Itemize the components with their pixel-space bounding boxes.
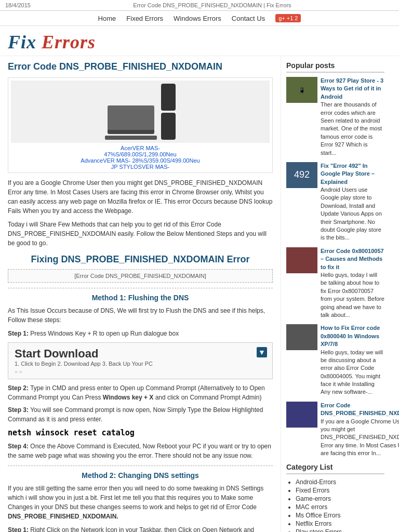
ad-links: AcerVER MAS- 47%S/689.00S/1,299.00Neu Ad… (11, 145, 270, 170)
download-title: Start Download (15, 347, 266, 361)
category-playstore-link[interactable]: Play store Errors (296, 528, 342, 532)
topbar-title: Error Code DNS_PROBE_FINISHED_NXDOMAIN |… (133, 2, 291, 8)
popular-post-1-link[interactable]: Error 927 Play Store - 3 Ways to Get rid… (321, 77, 383, 100)
topbar-date: 18/4/2015 (5, 2, 31, 8)
nav-contact-us[interactable]: Contact Us (232, 15, 265, 22)
step4-label: Step 4: (8, 443, 29, 450)
popular-post-5-text: Error Code DNS_PROBE_FINISHED_NXDOMAIN I… (321, 402, 399, 458)
popular-post-4: How to Fix Error code 0x800040 In Window… (286, 324, 384, 396)
article-title[interactable]: Error Code DNS_PROBE_FINISHED_NXDOMAIN (8, 61, 273, 72)
category-android-link[interactable]: Android-Errors (296, 478, 336, 486)
ad-link2[interactable]: 47%S/689.00S/1,299.00Neu (104, 151, 176, 157)
popular-post-5-link[interactable]: Error Code DNS_PROBE_FINISHED_NXDOMAIN (321, 402, 399, 416)
gplus-button[interactable]: g+ +1 2 (275, 14, 301, 22)
step1-text: Press Windows Key + R to open up Run dia… (30, 330, 179, 337)
error-image-placeholder: [Error Code DNS_PROBE_FINISHED_NXDOMAIN] (8, 269, 273, 283)
divider2 (8, 466, 273, 466)
step3-text: You will see Command prompt is now open,… (8, 406, 263, 423)
category-title: Category List (286, 463, 384, 474)
layout: Error Code DNS_PROBE_FINISHED_NXDOMAIN A… (0, 56, 399, 532)
method1-title: Method 1: Flushing the DNS (8, 294, 273, 302)
category-fixed-link[interactable]: Fixed Errors (296, 487, 329, 494)
divider1 (8, 288, 273, 288)
category-msoffice: Ms Office Errors (296, 512, 384, 519)
ad-link1[interactable]: AcerVER MAS- (121, 145, 160, 151)
popular-post-3-excerpt: Hello guys, today I will be talking abou… (321, 272, 384, 318)
popular-post-2: 492 Fix "Error 492" In Google Play Store… (286, 162, 384, 242)
step2: Step 2: Type in CMD and press enter to O… (8, 383, 273, 402)
logo: Fix Errors (8, 31, 391, 53)
category-fixed: Fixed Errors (296, 487, 384, 494)
category-android: Android-Errors (296, 478, 384, 486)
method1-intro: As This Issue Occurs because of DNS, We … (8, 306, 273, 325)
ad-link4[interactable]: JP STYLOSVER MAS- (111, 164, 169, 170)
popular-post-2-link[interactable]: Fix "Error 492" In Google Play Store – E… (321, 163, 375, 185)
logo-bar: Fix Errors (0, 26, 399, 56)
step1-label: Step 1: (8, 330, 29, 337)
popular-post-2-img: 492 (286, 162, 317, 188)
category-mac-link[interactable]: MAC errors (296, 503, 327, 511)
method2-title: Method 2: Changing DNS settings (8, 471, 273, 480)
command-text: netsh winsock reset catalog (8, 428, 273, 437)
download-subtitle: 1. Click to Begin 2. Download App 3. Bac… (15, 361, 266, 367)
category-netflix: Netflix Errors (296, 520, 384, 527)
category-items: Android-Errors Fixed Errors Game-errors … (286, 478, 384, 532)
popular-post-4-text: How to Fix Error code 0x800040 In Window… (321, 324, 384, 396)
category-game: Game-errors (296, 495, 384, 502)
popular-post-5-img (286, 402, 317, 428)
topbar: 18/4/2015 Error Code DNS_PROBE_FINISHED_… (0, 0, 399, 11)
category-msoffice-link[interactable]: Ms Office Errors (296, 512, 340, 519)
step1: Step 1: Press Windows Key + R to open up… (8, 329, 273, 338)
step2-label: Step 2: (8, 384, 29, 392)
popular-post-1-text: Error 927 Play Store - 3 Ways to Get rid… (321, 77, 384, 157)
popular-post-4-img (286, 324, 317, 350)
nav-windows-errors[interactable]: Windows Errors (174, 15, 221, 22)
popular-post-2-excerpt: Android Users use Google play store to D… (321, 187, 382, 241)
popular-post-1-img: 📱 (286, 77, 317, 103)
method2-step1-label: Step 1: (8, 526, 29, 532)
method2-step1-text: Right Click on the Network Icon in your … (8, 526, 254, 532)
ad-row (105, 84, 176, 140)
gplus-count: +1 (287, 15, 294, 21)
popular-post-5: Error Code DNS_PROBE_FINISHED_NXDOMAIN I… (286, 402, 384, 458)
sidebar: Popular posts 📱 Error 927 Play Store - 3… (281, 56, 390, 532)
ad-image (11, 81, 270, 143)
step4-text: Once the Above Command is Executed, Now … (8, 443, 271, 459)
popular-post-3: Error Code 0x80010057 – Causes and Metho… (286, 247, 384, 320)
category-playstore: Play store Errors (296, 528, 384, 532)
step2-text: Type in CMD and press enter to Open up C… (8, 384, 265, 401)
step3-label: Step 3: (8, 406, 29, 414)
popular-post-4-link[interactable]: How to Fix Error code 0x800040 In Window… (321, 325, 380, 347)
download-block: ▼ Start Download 1. Click to Begin 2. Do… (8, 342, 273, 379)
nav-home[interactable]: Home (98, 15, 116, 22)
main-content: Error Code DNS_PROBE_FINISHED_NXDOMAIN A… (0, 56, 281, 532)
error-image-bracket: ] (205, 273, 206, 279)
nav-fixed-errors[interactable]: Fixed Errors (126, 15, 163, 22)
popular-post-3-text: Error Code 0x80010057 – Causes and Metho… (321, 247, 384, 320)
ad-block: AcerVER MAS- 47%S/689.00S/1,299.00Neu Ad… (8, 77, 273, 173)
popular-post-4-excerpt: Hello guys, today we will be discussing … (321, 349, 383, 395)
category-netflix-link[interactable]: Netflix Errors (296, 520, 331, 527)
popular-post-3-img (286, 247, 317, 273)
popular-post-5-excerpt: If you are a Google Chrome User then you… (321, 418, 399, 457)
category-game-link[interactable]: Game-errors (296, 495, 331, 502)
category-mac: MAC errors (296, 503, 384, 511)
navbar: Home Fixed Errors Windows Errors Contact… (0, 11, 399, 26)
post1-img-icon: 📱 (299, 87, 305, 93)
error-image-label-text: Error Code DNS_PROBE_FINISHED_NXDOMAIN (76, 273, 205, 279)
method2-intro: If you are still getting the same error … (8, 484, 273, 521)
popular-posts-title: Popular posts (286, 61, 384, 73)
gplus-label: g+ (278, 15, 285, 21)
category-list: Category List Android-Errors Fixed Error… (286, 463, 384, 532)
article-intro1: If you are a Google Chrome User then you… (8, 178, 273, 216)
ad-link3[interactable]: AdvanceVER MAS- 28%S/359.00S/499.00Neu (81, 157, 200, 164)
fixing-title: Fixing DNS_PROBE_FINISHED_NXDOMAIN Error (8, 254, 273, 265)
step3: Step 3: You will see Command prompt is n… (8, 405, 273, 424)
step4: Step 4: Once the Above Command is Execut… (8, 442, 273, 460)
download-dots: ○ ○ (15, 369, 266, 375)
popular-post-2-text: Fix "Error 492" In Google Play Store – E… (321, 162, 384, 242)
method2-step1: Step 1: Right Click on the Network Icon … (8, 525, 273, 532)
gplus-number: 2 (295, 15, 298, 21)
popular-post-1: 📱 Error 927 Play Store - 3 Ways to Get r… (286, 77, 384, 157)
popular-post-3-link[interactable]: Error Code 0x80010057 – Causes and Metho… (321, 248, 384, 270)
